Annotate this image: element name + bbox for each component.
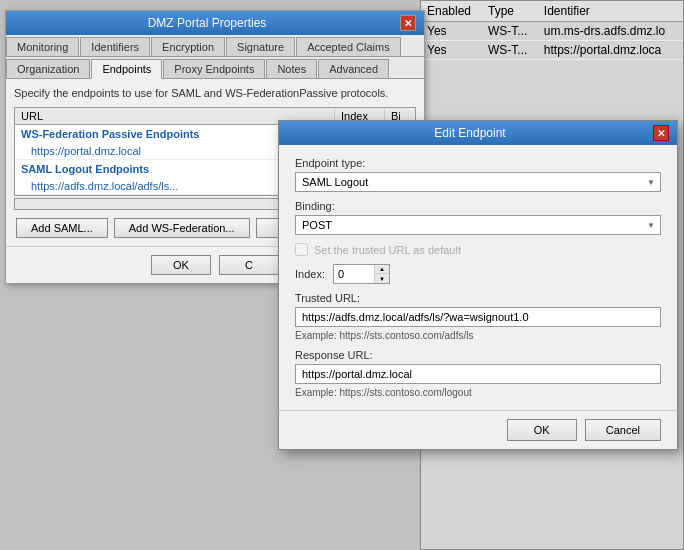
- endpoint-type-select[interactable]: SAML Logout: [295, 172, 661, 192]
- dialog-cancel-button[interactable]: Cancel: [585, 419, 661, 441]
- endpoint-type-wrapper: SAML Logout: [295, 172, 661, 192]
- binding-label: Binding:: [295, 200, 661, 212]
- trusted-url-label: Trusted URL:: [295, 292, 661, 304]
- binding-wrapper: POST: [295, 215, 661, 235]
- response-url-input[interactable]: [295, 364, 661, 384]
- index-up-button[interactable]: ▲: [375, 265, 389, 274]
- tab-row-2: Organization Endpoints Proxy Endpoints N…: [6, 57, 424, 79]
- tab-accepted-claims[interactable]: Accepted Claims: [296, 37, 401, 56]
- tab-signature[interactable]: Signature: [226, 37, 295, 56]
- tab-row-1: Monitoring Identifiers Encryption Signat…: [6, 35, 424, 57]
- col-type: Type: [482, 1, 538, 22]
- dialog-ok-button[interactable]: OK: [507, 419, 577, 441]
- edit-endpoint-dialog: Edit Endpoint ✕ Endpoint type: SAML Logo…: [278, 120, 678, 450]
- index-input-wrapper: ▲ ▼: [333, 264, 390, 284]
- binding-select[interactable]: POST: [295, 215, 661, 235]
- ok-button[interactable]: OK: [151, 255, 211, 275]
- bg-panel-table: Enabled Type Identifier Yes WS-T... um.m…: [421, 1, 683, 60]
- cancel-button[interactable]: C: [219, 255, 279, 275]
- table-row: Yes WS-T... um.ms-drs.adfs.dmz.lo: [421, 22, 683, 41]
- window-title: DMZ Portal Properties: [14, 16, 400, 30]
- col-identifier: Identifier: [538, 1, 683, 22]
- trusted-url-input[interactable]: [295, 307, 661, 327]
- tab-notes[interactable]: Notes: [266, 59, 317, 78]
- index-spinner: ▲ ▼: [374, 265, 389, 283]
- col-enabled: Enabled: [421, 1, 482, 22]
- add-saml-button[interactable]: Add SAML...: [16, 218, 108, 238]
- endpoint-type-label: Endpoint type:: [295, 157, 661, 169]
- index-label: Index:: [295, 268, 325, 280]
- description-text: Specify the endpoints to use for SAML an…: [14, 87, 416, 99]
- tab-monitoring[interactable]: Monitoring: [6, 37, 79, 56]
- tab-proxy-endpoints[interactable]: Proxy Endpoints: [163, 59, 265, 78]
- dialog-titlebar: Edit Endpoint ✕: [279, 121, 677, 145]
- tab-advanced[interactable]: Advanced: [318, 59, 389, 78]
- table-row: Yes WS-T... https://portal.dmz.loca: [421, 41, 683, 60]
- trusted-url-checkbox-row: Set the trusted URL as default: [295, 243, 661, 256]
- trusted-url-checkbox-label: Set the trusted URL as default: [314, 244, 461, 256]
- dialog-content: Endpoint type: SAML Logout Binding: POST…: [279, 145, 677, 410]
- response-url-example: Example: https://sts.contoso.com/logout: [295, 387, 661, 398]
- tab-encryption[interactable]: Encryption: [151, 37, 225, 56]
- window-close-button[interactable]: ✕: [400, 15, 416, 31]
- trusted-url-checkbox[interactable]: [295, 243, 308, 256]
- tab-endpoints[interactable]: Endpoints: [91, 59, 162, 79]
- dialog-button-row: OK Cancel: [279, 410, 677, 449]
- response-url-label: Response URL:: [295, 349, 661, 361]
- tab-identifiers[interactable]: Identifiers: [80, 37, 150, 56]
- window-titlebar: DMZ Portal Properties ✕: [6, 11, 424, 35]
- index-down-button[interactable]: ▼: [375, 274, 389, 283]
- dialog-close-button[interactable]: ✕: [653, 125, 669, 141]
- index-row: Index: ▲ ▼: [295, 264, 661, 284]
- tab-organization[interactable]: Organization: [6, 59, 90, 78]
- add-ws-fed-button[interactable]: Add WS-Federation...: [114, 218, 250, 238]
- trusted-url-example: Example: https://sts.contoso.com/adfs/ls: [295, 330, 661, 341]
- dialog-title: Edit Endpoint: [287, 126, 653, 140]
- index-input[interactable]: [334, 265, 374, 283]
